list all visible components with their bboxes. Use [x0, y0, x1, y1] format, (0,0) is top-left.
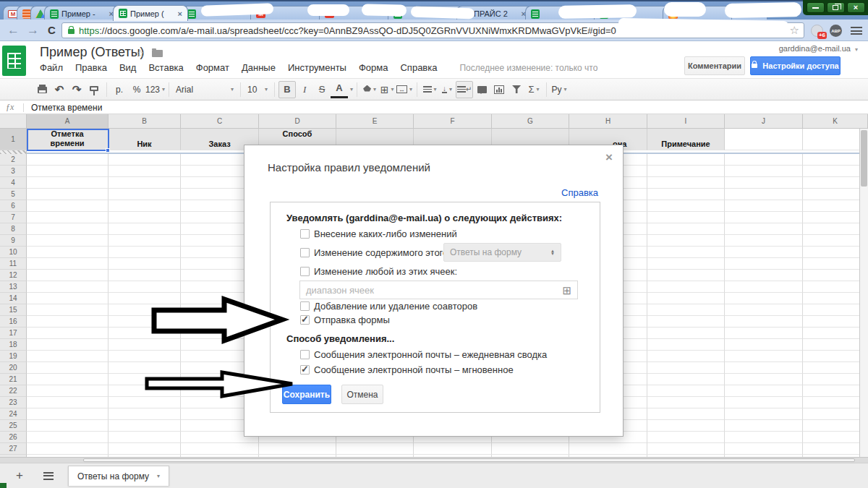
row-header-16[interactable]: 16 [0, 316, 27, 328]
cell-J9[interactable] [725, 235, 803, 247]
insert-comment-button[interactable] [473, 81, 490, 98]
cell-A3[interactable] [27, 166, 109, 177]
checkbox-row-any-changes[interactable]: Внесение каких-либо изменений [300, 228, 457, 239]
merge-cells-button[interactable]: ↔▾ [396, 81, 413, 98]
cell-J26[interactable] [725, 432, 803, 443]
column-header-I[interactable]: I [647, 114, 725, 129]
checkbox[interactable] [300, 315, 310, 325]
cell-A15[interactable] [27, 304, 109, 316]
column-header-F[interactable]: F [414, 114, 492, 129]
paint-format-button[interactable] [85, 81, 103, 98]
forward-icon[interactable]: → [27, 24, 39, 36]
restore-icon[interactable] [827, 2, 845, 13]
row-header-10[interactable]: 10 [0, 247, 27, 258]
cell-A19[interactable] [27, 351, 109, 362]
browser-tab-active[interactable]: Пример (× [113, 5, 188, 21]
range-picker-grid-icon[interactable]: ⊞ [562, 285, 571, 296]
menu-tools[interactable]: Инструменты [288, 62, 346, 73]
cell-B9[interactable] [109, 235, 181, 247]
document-title[interactable]: Пример (Ответы) [40, 45, 145, 60]
row-header-1[interactable]: 1 [0, 129, 27, 150]
menu-file[interactable]: Файл [40, 62, 63, 73]
cell-A1[interactable]: Отметкавремени [27, 129, 109, 150]
cell-A18[interactable] [27, 339, 109, 351]
close-icon[interactable]: × [847, 2, 865, 13]
cell-D27[interactable] [259, 443, 336, 455]
column-header-D[interactable]: D [259, 114, 336, 129]
cell-B4[interactable] [109, 177, 181, 189]
row-header-11[interactable]: 11 [0, 258, 27, 270]
column-header-A[interactable]: A [27, 114, 109, 129]
cell-B11[interactable] [109, 258, 181, 270]
cell-K11[interactable] [803, 258, 868, 270]
cell-J7[interactable] [725, 212, 803, 223]
cell-B12[interactable] [109, 270, 181, 281]
cell-A21[interactable] [27, 374, 109, 385]
cell-J16[interactable] [725, 316, 803, 328]
help-link[interactable]: Справка [561, 187, 598, 198]
column-header-C[interactable]: C [181, 114, 259, 129]
cell-A20[interactable] [27, 362, 109, 374]
cell-I3[interactable] [647, 166, 725, 177]
formula-bar-value[interactable]: Отметка времени [31, 103, 102, 113]
checkbox[interactable] [300, 350, 310, 359]
reload-icon[interactable]: C [48, 24, 56, 36]
cell-K15[interactable] [803, 304, 868, 316]
comments-button[interactable]: Комментарии [684, 56, 745, 75]
cell-A14[interactable] [27, 293, 109, 304]
cell-C27[interactable] [181, 443, 259, 455]
cell-J21[interactable] [725, 374, 803, 385]
row-header-13[interactable]: 13 [0, 281, 27, 293]
font-size-select[interactable]: 10▾ [244, 81, 271, 98]
cell-I5[interactable] [647, 189, 725, 200]
cell-B6[interactable] [109, 200, 181, 212]
cell-B22[interactable] [109, 385, 181, 397]
filter-button[interactable] [508, 81, 525, 98]
checkbox-row-collaborators[interactable]: Добавление или удаление соавторов [300, 301, 477, 312]
row-header-20[interactable]: 20 [0, 362, 27, 374]
extension-icon[interactable]: +6 [811, 25, 823, 37]
font-family-select[interactable]: Arial▾ [173, 81, 237, 98]
vertical-align-button[interactable]: ↓▾ [438, 81, 456, 98]
strikethrough-button[interactable]: S [313, 81, 331, 98]
cell-I24[interactable] [647, 408, 725, 420]
cell-I13[interactable] [647, 281, 725, 293]
vertical-scrollbar[interactable] [859, 129, 868, 457]
account-email[interactable]: garddina@e-mail.ua ▾ [779, 44, 858, 53]
cell-K13[interactable] [803, 281, 868, 293]
row-header-7[interactable]: 7 [0, 212, 27, 223]
cell-A22[interactable] [27, 385, 109, 397]
menu-help[interactable]: Справка [400, 62, 437, 73]
row-header-9[interactable]: 9 [0, 235, 27, 247]
menu-form[interactable]: Форма [359, 62, 388, 73]
cell-J1[interactable] [725, 129, 803, 150]
cell-I25[interactable] [647, 420, 725, 432]
cell-A5[interactable] [27, 189, 109, 200]
all-sheets-button[interactable] [39, 466, 58, 485]
borders-button[interactable]: ⊞▾ [378, 81, 396, 98]
cell-J15[interactable] [725, 304, 803, 316]
cell-J14[interactable] [725, 293, 803, 304]
cell-J18[interactable] [725, 339, 803, 351]
cell-K8[interactable] [803, 223, 868, 235]
cancel-button[interactable]: Отмена [341, 385, 383, 404]
column-header-B[interactable]: B [109, 114, 181, 129]
text-color-button[interactable]: A [331, 81, 348, 98]
cell-K9[interactable] [803, 235, 868, 247]
cell-I10[interactable] [647, 247, 725, 258]
cell-I4[interactable] [647, 177, 725, 189]
cell-K16[interactable] [803, 316, 868, 328]
cell-K6[interactable] [803, 200, 868, 212]
cell-K18[interactable] [803, 339, 868, 351]
cell-K22[interactable] [803, 385, 868, 397]
cell-A9[interactable] [27, 235, 109, 247]
checkbox-row-instant-email[interactable]: Сообщение электронной почты – мгновенное [300, 364, 514, 375]
cell-K12[interactable] [803, 270, 868, 281]
cell-G27[interactable] [492, 443, 569, 455]
cell-I23[interactable] [647, 397, 725, 408]
sheet-tab-active[interactable]: Ответы на форму ▾ [68, 466, 169, 486]
adblock-icon[interactable]: ABP [830, 25, 842, 37]
cell-I18[interactable] [647, 339, 725, 351]
cell-I14[interactable] [647, 293, 725, 304]
cell-B3[interactable] [109, 166, 181, 177]
